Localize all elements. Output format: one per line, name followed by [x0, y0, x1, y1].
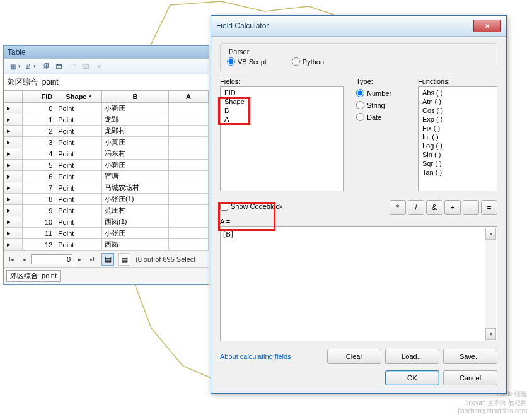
- show-selected-button[interactable]: ▤: [118, 253, 130, 266]
- function-item[interactable]: Abs ( ): [420, 88, 495, 97]
- cell-a[interactable]: [168, 160, 208, 171]
- cell-fid[interactable]: 2: [22, 126, 55, 137]
- select-by-attributes-button[interactable]: 🗐: [40, 60, 52, 73]
- cell-b[interactable]: 冯东村: [102, 148, 169, 160]
- data-grid[interactable]: FID Shape * B A ▸0Point小新庄▸1Point龙郢▸2Poi…: [4, 90, 209, 250]
- field-item[interactable]: A: [222, 115, 342, 124]
- row-handle[interactable]: ▸: [4, 216, 23, 228]
- table-row[interactable]: ▸10Point西岗(1): [4, 216, 209, 228]
- field-item[interactable]: B: [222, 106, 342, 115]
- cell-fid[interactable]: 0: [22, 103, 55, 114]
- cell-a[interactable]: [168, 239, 208, 250]
- last-record-button[interactable]: ▸I: [86, 254, 98, 265]
- row-handle[interactable]: ▸: [4, 114, 23, 126]
- cell-a[interactable]: [168, 228, 208, 239]
- cell-fid[interactable]: 6: [22, 171, 55, 182]
- parser-vbscript-radio[interactable]: VB Script: [227, 57, 267, 66]
- scrollbar[interactable]: ▴ ▾: [485, 228, 496, 340]
- switch-selection-button[interactable]: 🗔: [53, 60, 66, 73]
- cell-b[interactable]: 窑塘: [102, 171, 169, 182]
- table-row[interactable]: ▸9Point范庄村: [4, 205, 209, 216]
- expression-textarea[interactable]: [B] ▴ ▾: [220, 226, 497, 341]
- column-header[interactable]: FID: [22, 91, 55, 103]
- cell-a[interactable]: [168, 148, 208, 160]
- operator-button[interactable]: +: [444, 200, 461, 215]
- table-row[interactable]: ▸1Point龙郢: [4, 114, 209, 126]
- row-handle[interactable]: ▸: [4, 103, 23, 114]
- field-item[interactable]: FID: [222, 88, 342, 97]
- show-codeblock-checkbox[interactable]: Show Codeblock: [220, 203, 283, 211]
- cell-shape[interactable]: Point: [55, 239, 102, 250]
- fields-listbox[interactable]: FIDShapeBA: [220, 86, 344, 191]
- table-row[interactable]: ▸7Point马城农场村: [4, 182, 209, 194]
- about-link[interactable]: About calculating fields: [220, 353, 291, 360]
- close-button[interactable]: ✕: [473, 20, 501, 32]
- cell-shape[interactable]: Point: [55, 216, 102, 228]
- clear-button[interactable]: Clear: [327, 349, 381, 364]
- cell-fid[interactable]: 10: [22, 216, 55, 228]
- function-item[interactable]: Log ( ): [420, 141, 495, 150]
- row-handle[interactable]: ▸: [4, 205, 23, 216]
- type-date-radio[interactable]: Date: [356, 113, 405, 121]
- type-string-radio[interactable]: String: [356, 101, 405, 109]
- field-item[interactable]: Shape: [222, 97, 342, 106]
- cell-shape[interactable]: Point: [55, 205, 102, 216]
- dialog-titlebar[interactable]: Field Calculator ✕: [211, 16, 506, 37]
- cell-fid[interactable]: 12: [22, 239, 55, 250]
- show-all-button[interactable]: ▤: [101, 253, 114, 266]
- record-number-input[interactable]: [31, 254, 72, 264]
- function-item[interactable]: Exp ( ): [420, 115, 495, 124]
- cell-shape[interactable]: Point: [55, 137, 102, 148]
- cell-b[interactable]: 小张庄: [102, 228, 169, 239]
- cell-b[interactable]: 西岗(1): [102, 216, 169, 228]
- row-handle[interactable]: ▸: [4, 171, 23, 182]
- table-row[interactable]: ▸8Point小张庄(1): [4, 194, 209, 205]
- row-handle[interactable]: ▸: [4, 137, 23, 148]
- cell-shape[interactable]: Point: [55, 160, 102, 171]
- cell-b[interactable]: 小黄庄: [102, 137, 169, 148]
- function-item[interactable]: Tan ( ): [420, 168, 495, 177]
- cell-b[interactable]: 龙郢: [102, 114, 169, 126]
- related-tables-button[interactable]: 🖹: [21, 60, 34, 73]
- cell-fid[interactable]: 9: [22, 205, 55, 216]
- cell-a[interactable]: [168, 182, 208, 194]
- table-row[interactable]: ▸12Point西岗: [4, 239, 209, 250]
- row-handle[interactable]: ▸: [4, 228, 23, 239]
- column-header[interactable]: Shape *: [55, 91, 102, 103]
- cell-shape[interactable]: Point: [55, 103, 102, 114]
- cell-a[interactable]: [168, 171, 208, 182]
- cell-fid[interactable]: 1: [22, 114, 55, 126]
- table-row[interactable]: ▸5Point小新庄: [4, 160, 209, 171]
- cell-a[interactable]: [168, 194, 208, 205]
- cell-a[interactable]: [168, 137, 208, 148]
- first-record-button[interactable]: I◂: [6, 254, 17, 265]
- table-tab[interactable]: 郊区综合_point: [6, 270, 61, 282]
- cell-a[interactable]: [168, 126, 208, 137]
- cell-fid[interactable]: 11: [22, 228, 55, 239]
- cell-fid[interactable]: 4: [22, 148, 55, 160]
- cell-shape[interactable]: Point: [55, 194, 102, 205]
- row-handle[interactable]: ▸: [4, 194, 23, 205]
- function-item[interactable]: Sqr ( ): [420, 159, 495, 168]
- cell-shape[interactable]: Point: [55, 148, 102, 160]
- row-handle[interactable]: ▸: [4, 126, 23, 137]
- cell-fid[interactable]: 5: [22, 160, 55, 171]
- row-handle[interactable]: ▸: [4, 148, 23, 160]
- cell-shape[interactable]: Point: [55, 126, 102, 137]
- cell-b[interactable]: 龙郢村: [102, 126, 169, 137]
- table-row[interactable]: ▸6Point窑塘: [4, 171, 209, 182]
- table-row[interactable]: ▸3Point小黄庄: [4, 137, 209, 148]
- parser-python-radio[interactable]: Python: [292, 57, 324, 66]
- cell-shape[interactable]: Point: [55, 228, 102, 239]
- cancel-button[interactable]: Cancel: [443, 370, 497, 385]
- operator-button[interactable]: -: [463, 200, 479, 215]
- type-number-radio[interactable]: Number: [356, 89, 405, 97]
- row-handle[interactable]: ▸: [4, 160, 23, 171]
- cell-a[interactable]: [168, 205, 208, 216]
- cell-b[interactable]: 小新庄: [102, 103, 169, 114]
- cell-fid[interactable]: 7: [22, 182, 55, 194]
- next-record-button[interactable]: ▸: [74, 254, 85, 265]
- table-row[interactable]: ▸0Point小新庄: [4, 103, 209, 114]
- load-button[interactable]: Load...: [385, 349, 439, 364]
- row-handle[interactable]: ▸: [4, 182, 23, 194]
